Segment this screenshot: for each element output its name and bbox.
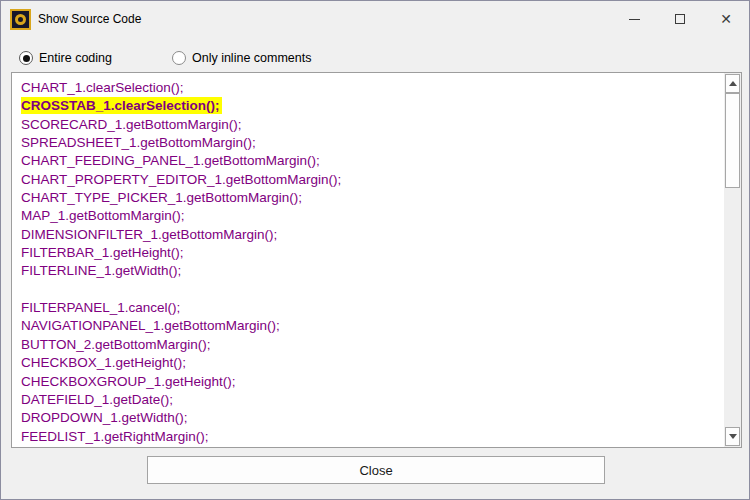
code-line: DATEFIELD_1.getDate();	[21, 391, 723, 409]
code-lines: CHART_1.clearSelection();CROSSTAB_1.clea…	[12, 73, 723, 447]
code-line: CHART_1.clearSelection();	[21, 79, 723, 97]
code-line: FILTERPANEL_1.cancel();	[21, 299, 723, 317]
source-code-panel[interactable]: CHART_1.clearSelection();CROSSTAB_1.clea…	[11, 72, 742, 448]
code-line: NAVIGATIONPANEL_1.getBottomMargin();	[21, 317, 723, 335]
radio-only-inline-comments-label: Only inline comments	[192, 51, 312, 65]
title-bar: Show Source Code ✕	[1, 1, 749, 37]
app-icon	[10, 9, 31, 30]
code-line: BUTTON_2.getBottomMargin();	[21, 336, 723, 354]
gold-ring-icon	[15, 14, 26, 25]
maximize-icon	[675, 14, 685, 24]
scroll-up-button[interactable]	[725, 74, 740, 93]
code-line: CHART_TYPE_PICKER_1.getBottomMargin();	[21, 189, 723, 207]
code-line: SPREADSHEET_1.getBottomMargin();	[21, 134, 723, 152]
window-controls: ✕	[611, 1, 749, 37]
scroll-down-button[interactable]	[725, 427, 740, 446]
maximize-button[interactable]	[657, 1, 703, 37]
code-line: CHART_FEEDING_PANEL_1.getBottomMargin();	[21, 152, 723, 170]
window-title: Show Source Code	[38, 12, 141, 26]
code-line: DROPDOWN_1.getWidth();	[21, 409, 723, 427]
code-line: SCORECARD_1.getBottomMargin();	[21, 116, 723, 134]
code-line: CHART_PROPERTY_EDITOR_1.getBottomMargin(…	[21, 171, 723, 189]
vertical-scrollbar[interactable]	[724, 73, 741, 447]
code-line: DIMENSIONFILTER_1.getBottomMargin();	[21, 226, 723, 244]
radio-unselected-icon	[172, 51, 186, 65]
code-line: FILTERBAR_1.getHeight();	[21, 244, 723, 262]
code-line: MAP_1.getBottomMargin();	[21, 207, 723, 225]
close-window-button[interactable]: ✕	[703, 1, 749, 37]
code-line	[21, 281, 723, 299]
minimize-button[interactable]	[611, 1, 657, 37]
arrow-down-icon	[729, 434, 737, 439]
coding-options: Entire coding Only inline comments	[19, 49, 311, 67]
radio-entire-coding[interactable]: Entire coding	[19, 51, 112, 65]
arrow-up-icon	[729, 81, 737, 86]
code-line: CROSSTAB_1.clearSelection();	[21, 97, 723, 115]
close-icon: ✕	[720, 12, 732, 26]
code-line: FILTERLINE_1.getWidth();	[21, 262, 723, 280]
radio-selected-icon	[19, 51, 33, 65]
minimize-icon	[629, 19, 640, 20]
code-line: CHECKBOXGROUP_1.getHeight();	[21, 373, 723, 391]
radio-only-inline-comments[interactable]: Only inline comments	[172, 51, 312, 65]
radio-entire-coding-label: Entire coding	[39, 51, 112, 65]
code-line: CHECKBOX_1.getHeight();	[21, 354, 723, 372]
code-line: FEEDLIST_1.getRightMargin();	[21, 428, 723, 446]
scrollbar-thumb[interactable]	[725, 93, 740, 188]
close-button[interactable]: Close	[147, 456, 605, 484]
show-source-code-dialog: { "window": { "title": "Show Source Code…	[0, 0, 750, 500]
